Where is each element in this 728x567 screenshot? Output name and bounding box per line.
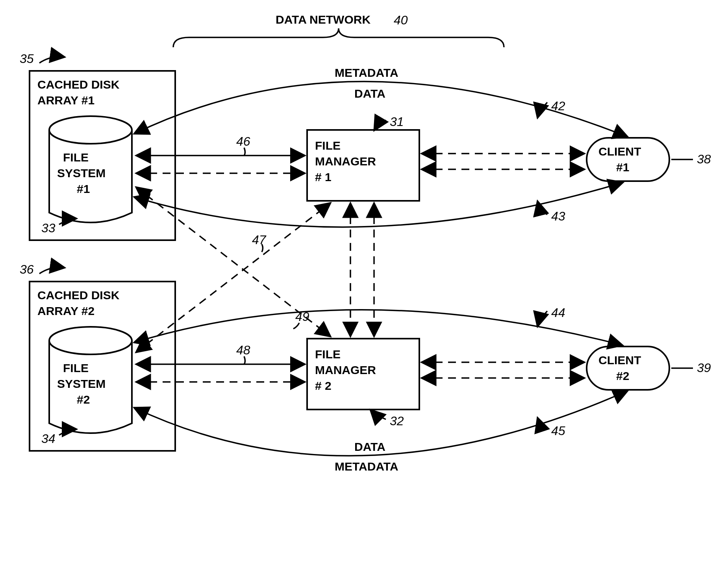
title: DATA NETWORK [276,13,370,26]
c2-l1: CLIENT [598,354,641,367]
client1-box [587,138,669,181]
ref-32: 32 [390,414,404,428]
leader-42 [537,102,547,118]
fm2-l3: # 2 [315,379,332,392]
fs1-l1: FILE [63,151,89,164]
leader-46 [244,148,245,156]
ref-36: 36 [20,262,34,276]
fm1-l3: # 1 [315,170,332,183]
metadata-top: METADATA [335,66,398,79]
c2-l2: #2 [616,369,629,382]
leader-48 [244,356,245,364]
leader-44 [537,311,547,327]
ref-31: 31 [390,115,404,129]
fs2-l3: #2 [77,393,90,406]
brace-icon [173,28,504,47]
leader-32 [370,410,386,419]
fm2-l1: FILE [315,348,341,361]
ref-35: 35 [20,52,34,66]
client2-box [587,346,669,390]
ref-33: 33 [41,221,56,235]
fm1-l1: FILE [315,139,341,152]
leader-36 [39,267,65,274]
ref-49: 49 [295,309,309,324]
ref-44: 44 [551,306,565,320]
data-top: DATA [354,87,385,100]
title-ref: 40 [394,13,408,27]
c1-l2: #1 [616,161,629,174]
ref-43: 43 [551,209,565,223]
ref-34: 34 [41,432,56,446]
ref-42: 42 [551,99,565,113]
leader-35 [39,57,65,63]
ref-39: 39 [697,361,711,375]
leader-31 [374,120,386,131]
ref-38: 38 [697,152,711,166]
fm1-l2: MANAGER [315,155,376,168]
fs2-cyl-top [49,327,132,354]
da1-l1: CACHED DISK [37,78,120,91]
leader-47 [262,244,263,252]
fs2-l1: FILE [63,361,89,374]
ref-48: 48 [236,343,250,357]
fs2-l2: SYSTEM [57,377,106,390]
da2-l1: CACHED DISK [37,289,120,302]
ref-46: 46 [236,134,250,148]
data-bottom: DATA [354,440,385,453]
da1-l2: ARRAY #1 [37,94,94,107]
fs1-l2: SYSTEM [57,167,106,180]
ref-45: 45 [551,424,565,438]
ref-47: 47 [252,233,267,247]
fm2-l2: MANAGER [315,363,376,376]
leader-49 [293,323,299,329]
fs1-l3: #1 [77,182,90,195]
fs1-cyl-top [49,116,132,144]
metadata-bottom: METADATA [335,460,398,473]
da2-l2: ARRAY #2 [37,304,94,317]
c1-l1: CLIENT [598,145,641,158]
